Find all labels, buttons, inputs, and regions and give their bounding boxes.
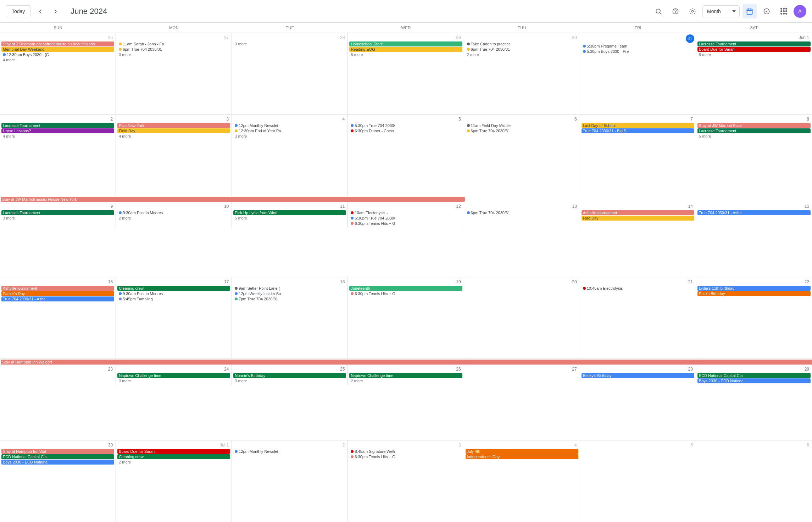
tasks-button[interactable] — [760, 4, 774, 18]
calendar-event[interactable]: 9:30am Post in Moores — [117, 210, 230, 215]
calendar-event[interactable]: Board Due for Sarah — [117, 449, 230, 454]
day-cell[interactable]: 15True 704 2030/31 - Ashe — [696, 202, 812, 228]
calendar-event[interactable]: 7pm True 704 2030/31 — [233, 296, 346, 301]
more-events-link[interactable]: 2 more — [466, 52, 578, 57]
more-events-link[interactable]: 3 more — [1, 216, 114, 221]
day-cell[interactable]: 7Last Day of SchoolTrue 704 2030/31 - Bi… — [580, 115, 696, 196]
more-events-link[interactable]: 3 more — [117, 52, 230, 57]
calendar-event[interactable]: Cleaning crew — [117, 286, 230, 291]
calendar-event[interactable]: 6pm True 704 2030/31 — [466, 47, 578, 52]
more-events-link[interactable]: 2 more — [349, 378, 462, 383]
day-cell[interactable]: 2110:45am Electrolysis — [580, 277, 696, 359]
more-events-link[interactable]: 5 more — [233, 216, 346, 221]
day-cell[interactable]: 22Lydia's 11th birthdayPete's Birthday — [696, 277, 812, 359]
calendar-event[interactable]: 6:30pm Tennis Hits + G — [349, 291, 462, 296]
calendar-event[interactable]: Boys 2030 - ECD Nationa — [697, 378, 811, 383]
avatar[interactable]: A — [794, 5, 806, 18]
calendar-event[interactable]: Pick Up Lydia from Wind — [233, 210, 346, 215]
calendar-event[interactable]: Board Due for Sarah — [697, 47, 811, 52]
calendar-event[interactable]: True 704 2030/31 - Ashe — [697, 210, 811, 215]
day-cell[interactable]: 16Ashville tournamentFather's DayTrue 70… — [0, 277, 116, 359]
calendar-event[interactable]: Ashville tournament — [1, 286, 114, 291]
calendar-event[interactable]: Homeschool Store — [349, 41, 462, 46]
day-cell[interactable]: 189am Setter Point Lane (12pm Weekly Ins… — [232, 277, 348, 359]
calendar-event[interactable]: 11am Sarah - John - Fa — [117, 41, 230, 46]
day-cell[interactable]: 5 — [580, 440, 696, 522]
calendar-event[interactable]: 6:30pm Dinner - Cheer — [349, 128, 462, 133]
calendar-event[interactable]: 6pm True 704 2030/31 — [466, 210, 578, 215]
calendar-event[interactable]: 10am Electorlysis - — [349, 210, 462, 215]
day-cell[interactable]: Jun 1Lacrosse TournamentBoard Due for Sa… — [696, 33, 812, 114]
day-cell[interactable]: 212pm Monthly Newslet — [232, 440, 348, 522]
day-cell[interactable]: 3Plan New YorkField Day4 more — [116, 115, 232, 196]
day-cell[interactable]: 23 — [0, 365, 116, 385]
calendar-event[interactable]: Stay at 3 Bedroom oceanfront house on be… — [1, 41, 114, 46]
day-cell[interactable]: 8Stay at JW Marriott EsseLacrosse Tourna… — [696, 115, 812, 196]
day-cell[interactable]: 30Take Caden to practice6pm True 704 203… — [464, 33, 580, 114]
calendar-event[interactable]: True 704 2030/31 - Big S — [582, 128, 694, 133]
calendar-event[interactable]: Naptown Challenge time — [349, 373, 462, 378]
more-events-link[interactable]: 4 more — [1, 57, 114, 62]
calendar-event[interactable]: Becky's Birthday — [582, 373, 694, 378]
calendar-event[interactable]: True 704 2030/31 - Ashe — [1, 296, 114, 301]
more-events-link[interactable]: 2 more — [117, 460, 230, 465]
view-selector[interactable]: Month Week Day Schedule — [702, 5, 740, 17]
calendar-event[interactable]: Father's Day — [1, 291, 114, 296]
today-button[interactable]: Today — [6, 5, 31, 17]
day-cell[interactable]: 14Ashville tournamentFlag Day — [580, 202, 696, 228]
calendar-event-span[interactable]: Stay at JW Marriott Essex House New York — [1, 197, 465, 202]
day-cell[interactable]: 29Homeschool StoreReading EOG5 more — [348, 33, 464, 114]
day-cell[interactable]: 29ECD National Capital ClaBoys 2030 - EC… — [696, 365, 812, 385]
calendar-event[interactable]: Last Day of School — [582, 123, 694, 128]
calendar-event[interactable]: 12:30pm End of Year Pa — [233, 128, 346, 133]
calendar-event[interactable]: Plan New York — [117, 123, 230, 128]
search-button[interactable] — [651, 4, 666, 18]
help-button[interactable] — [668, 4, 683, 18]
calendar-event[interactable]: 12pm Monthly Newslet — [233, 449, 346, 454]
calendar-event[interactable]: 6pm True 704 2030/31 — [466, 128, 578, 133]
day-cell[interactable]: 38:45am Signature Wellr6:30pm Tennis Hit… — [348, 440, 464, 522]
calendar-event[interactable]: Nonnie's Birthday — [233, 373, 346, 378]
more-events-link[interactable]: 3 more — [233, 378, 346, 383]
calendar-event[interactable]: 12pm Weekly Insider So — [233, 291, 346, 296]
calendar-event[interactable]: 12:30pm Boys 2030 - [C — [1, 52, 114, 57]
calendar-event[interactable]: Juneteenth — [349, 286, 462, 291]
more-events-link[interactable]: 5 more — [697, 52, 811, 57]
day-cell[interactable]: 26Naptown Challenge time2 more — [348, 365, 464, 385]
prev-button[interactable]: ‹ — [34, 5, 46, 18]
calendar-event[interactable]: Ashville tournament — [582, 210, 694, 215]
day-cell[interactable]: 25Nonnie's Birthday3 more — [232, 365, 348, 385]
calendar-event[interactable]: Reading EOG — [349, 47, 462, 52]
day-cell[interactable]: 30Stay at Hampton Inn WalECD National Ca… — [0, 440, 116, 522]
day-cell[interactable]: 6 — [696, 440, 812, 522]
calendar-event[interactable]: ECD National Capital Cla — [697, 373, 811, 378]
calendar-event[interactable]: 6:30pm Tennis Hits + G — [349, 221, 462, 226]
day-cell[interactable]: 4July 4thIndependence Day — [464, 440, 580, 522]
calendar-event[interactable]: Naptown Challenge time — [117, 373, 230, 378]
calendar-event[interactable]: 10:45am Electrolysis — [582, 286, 694, 291]
next-button[interactable]: › — [49, 5, 62, 18]
calendar-event[interactable]: Lacrosse Tournament — [1, 123, 114, 128]
day-cell[interactable]: 27 — [464, 365, 580, 385]
day-cell[interactable]: 24Naptown Challenge time3 more — [116, 365, 232, 385]
calendar-event[interactable]: 11am Field Day Middle — [466, 123, 578, 128]
calendar-event[interactable]: July 4th — [466, 449, 578, 454]
calendar-event[interactable]: 6:30pm Tennis Hits + G — [349, 454, 462, 459]
day-cell[interactable]: 11Pick Up Lydia from Wind5 more — [232, 202, 348, 228]
day-cell[interactable]: 109:30am Post in Moores2 more — [116, 202, 232, 228]
calendar-event[interactable]: 5:30pm True 704 2030/ — [349, 216, 462, 221]
calendar-event[interactable]: Take Caden to practice — [466, 41, 578, 46]
calendar-event[interactable]: 12pm Monthly Newslet — [233, 123, 346, 128]
calendar-event-span[interactable]: Stay at Hampton Inn Waldorf — [1, 360, 812, 365]
day-cell[interactable]: 412pm Monthly Newslet12:30pm End of Year… — [232, 115, 348, 196]
calendar-event[interactable]: Memorial Day Weekend — [1, 47, 114, 52]
calendar-event[interactable]: Cleaning crew — [117, 454, 230, 459]
calendar-event[interactable]: Boys 2030 - ECD Nationa — [1, 460, 114, 465]
calendar-event[interactable]: Pete's Birthday — [697, 291, 811, 296]
day-cell[interactable]: 283 more — [232, 33, 348, 114]
calendar-event[interactable]: 5:30pm True 704 2030/ — [349, 123, 462, 128]
calendar-event[interactable]: 9:30am Post in Moores — [117, 291, 230, 296]
calendar-event[interactable]: Lydia's 11th birthday — [697, 286, 811, 291]
day-cell[interactable]: 28Becky's Birthday — [580, 365, 696, 385]
day-cell[interactable]: 2Lacrosse TournamentHorse Lessons?4 more — [0, 115, 116, 196]
